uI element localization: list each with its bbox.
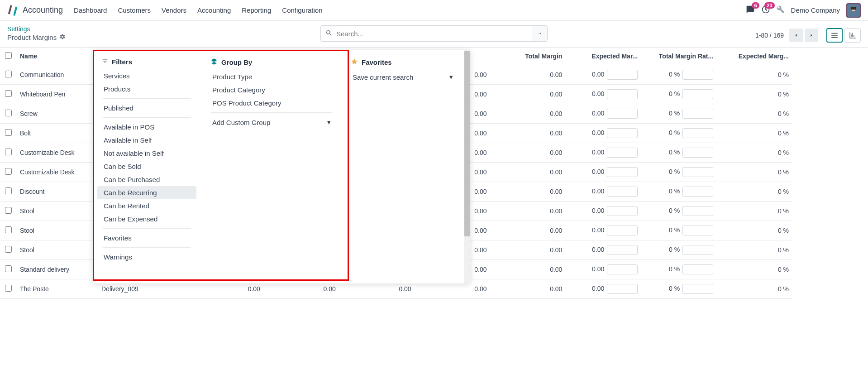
inline-input[interactable] (607, 70, 638, 80)
company-name[interactable]: Demo Company (791, 6, 840, 14)
inline-input[interactable] (682, 226, 713, 235)
list-view-button[interactable] (826, 28, 843, 43)
row-checkbox[interactable] (5, 226, 12, 233)
row-checkbox[interactable] (5, 285, 12, 292)
cell-val: 0.00 (491, 65, 566, 85)
inline-input[interactable] (607, 167, 638, 177)
app-logo[interactable] (7, 5, 18, 16)
groupby-item[interactable]: POS Product Category (206, 96, 337, 110)
inline-input[interactable] (607, 148, 638, 158)
cell-val: 0 % (641, 85, 717, 104)
inline-input[interactable] (682, 264, 713, 274)
search-options-toggle[interactable] (533, 25, 548, 42)
cell-name: Screw (16, 104, 98, 124)
filter-item[interactable]: Can be Sold (97, 160, 196, 173)
row-checkbox[interactable] (5, 207, 12, 214)
row-checkbox[interactable] (5, 187, 12, 194)
dropdown-scrollbar[interactable] (464, 50, 470, 283)
inline-input[interactable] (682, 206, 713, 216)
col-total-margin[interactable]: Total Margin (491, 48, 566, 65)
groupby-item[interactable]: Product Category (206, 83, 337, 96)
cell-val: 0 % (641, 279, 717, 299)
filter-item[interactable]: Published (97, 101, 196, 115)
inline-input[interactable] (682, 187, 713, 197)
scrollbar-thumb[interactable] (464, 51, 470, 236)
nav-dashboard[interactable]: Dashboard (74, 6, 107, 14)
filter-item[interactable]: Available in POS (97, 120, 196, 134)
inline-input[interactable] (682, 109, 713, 119)
tools-icon[interactable] (777, 5, 785, 15)
favorites-title: Favorites (362, 58, 392, 66)
inline-input[interactable] (607, 128, 638, 138)
inline-input[interactable] (607, 226, 638, 235)
inline-input[interactable] (607, 206, 638, 216)
nav-accounting[interactable]: Accounting (197, 6, 231, 14)
groupby-item[interactable]: Product Type (206, 70, 337, 83)
cell-val: 0.00 (566, 202, 641, 221)
filter-item[interactable]: Can be Expensed (97, 212, 196, 226)
app-title[interactable]: Accounting (23, 5, 63, 15)
row-checkbox[interactable] (5, 149, 12, 155)
cell-val: 0.00 (491, 163, 566, 182)
filter-item[interactable]: Not available in Self (97, 147, 196, 160)
caret-down-icon: ▾ (449, 73, 453, 81)
filter-item[interactable]: Services (97, 69, 196, 82)
add-custom-group[interactable]: Add Custom Group ▾ (206, 115, 337, 129)
search-box[interactable] (320, 25, 533, 42)
row-checkbox[interactable] (5, 246, 12, 253)
inline-input[interactable] (682, 89, 713, 99)
gear-icon[interactable] (59, 34, 66, 41)
filter-icon (102, 58, 108, 66)
inline-input[interactable] (607, 284, 638, 294)
cell-val: 0 % (641, 221, 717, 240)
search-input[interactable] (336, 30, 528, 38)
filter-item[interactable]: Available in Self (97, 134, 196, 147)
row-checkbox[interactable] (5, 129, 12, 136)
nav-configuration[interactable]: Configuration (282, 6, 322, 14)
filter-item[interactable]: Warnings (97, 250, 196, 264)
breadcrumb-parent[interactable]: Settings (7, 25, 66, 33)
inline-input[interactable] (607, 109, 638, 119)
cell-val: 0.00 (491, 240, 566, 260)
pager-next-button[interactable] (805, 29, 818, 42)
inline-input[interactable] (607, 264, 638, 274)
inline-input[interactable] (607, 89, 638, 99)
inline-input[interactable] (682, 245, 713, 255)
col-name[interactable]: Name (16, 48, 98, 65)
inline-input[interactable] (682, 128, 713, 138)
col-expected-margin[interactable]: Expected Mar... (566, 48, 641, 65)
messages-icon[interactable]: 6 (746, 5, 755, 15)
top-navbar: Accounting Dashboard Customers Vendors A… (0, 0, 868, 21)
inline-input[interactable] (682, 284, 713, 294)
row-checkbox[interactable] (5, 90, 12, 97)
row-checkbox[interactable] (5, 110, 12, 116)
inline-input[interactable] (682, 70, 713, 80)
save-current-search[interactable]: Save current search ▾ (346, 70, 459, 84)
nav-vendors[interactable]: Vendors (162, 6, 186, 14)
inline-input[interactable] (607, 187, 638, 197)
inline-input[interactable] (682, 148, 713, 158)
nav-reporting[interactable]: Reporting (242, 6, 271, 14)
filter-item[interactable]: Can be Recurring (97, 186, 196, 199)
filter-item[interactable]: Can be Purchased (97, 173, 196, 186)
row-checkbox[interactable] (5, 265, 12, 272)
inline-input[interactable] (607, 245, 638, 255)
col-total-margin-rate[interactable]: Total Margin Rat... (641, 48, 717, 65)
nav-customers[interactable]: Customers (118, 6, 151, 14)
pager-text[interactable]: 1-80 / 169 (755, 32, 784, 39)
filter-item[interactable]: Products (97, 82, 196, 96)
filter-item[interactable]: Can be Rented (97, 199, 196, 212)
select-all-checkbox[interactable] (5, 52, 12, 59)
activities-icon[interactable]: 23 (761, 5, 770, 15)
graph-view-button[interactable] (844, 28, 861, 43)
cell-name: Stool (16, 221, 98, 240)
pager-prev-button[interactable] (789, 29, 803, 42)
inline-input[interactable] (682, 167, 713, 177)
col-expected-margin-rate[interactable]: Expected Marg... (717, 48, 792, 65)
cell-val: 0.00 (566, 279, 641, 299)
filter-item[interactable]: Favorites (97, 231, 196, 245)
add-custom-group-label: Add Custom Group (212, 119, 270, 126)
row-checkbox[interactable] (5, 71, 12, 77)
user-avatar[interactable] (846, 3, 861, 18)
row-checkbox[interactable] (5, 168, 12, 175)
